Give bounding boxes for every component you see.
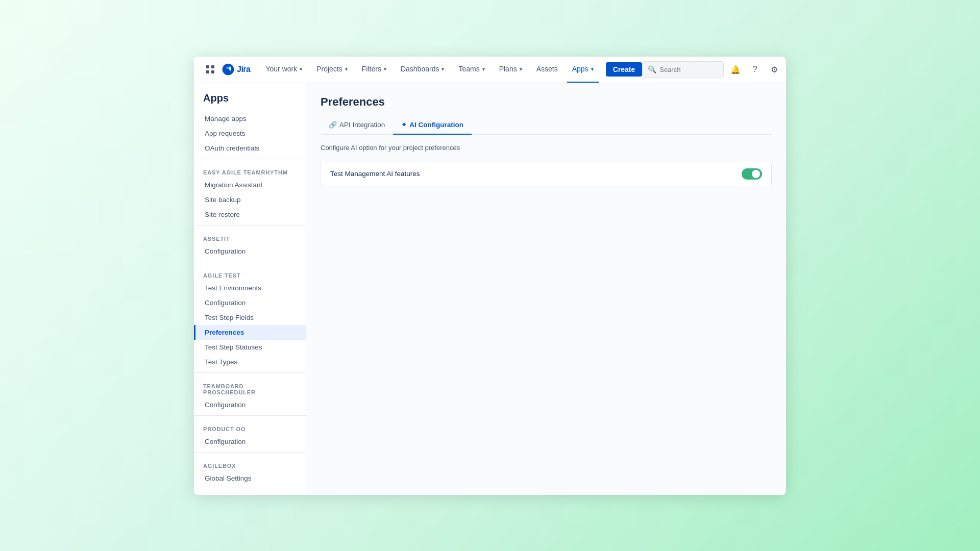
sidebar-item-product-config[interactable]: Configuration	[194, 434, 306, 449]
sidebar-divider-6	[194, 452, 306, 453]
chevron-down-icon: ▾	[591, 66, 594, 72]
svg-rect-0	[206, 65, 209, 68]
sidebar: Apps Manage apps App requests OAuth cred…	[194, 83, 306, 495]
settings-button[interactable]: ⚙	[767, 62, 782, 77]
sidebar-item-manage-apps[interactable]: Manage apps	[194, 111, 306, 126]
topnav-left: Jira Your work ▾ Projects ▾ Filters ▾ Da…	[203, 57, 642, 83]
page-title: Preferences	[321, 95, 772, 109]
chevron-down-icon: ▾	[384, 66, 386, 72]
body: Apps Manage apps App requests OAuth cred…	[194, 83, 786, 495]
main-content: Preferences 🔗 API Integration ✦ AI Confi…	[306, 83, 786, 495]
notifications-button[interactable]: 🔔	[728, 62, 743, 77]
sidebar-section-teamboard: Teamboard Proscheduler	[194, 376, 306, 397]
tab-ai-configuration[interactable]: ✦ AI Configuration	[393, 117, 472, 135]
sidebar-section-assetit: Assetit	[194, 229, 306, 244]
jira-logo[interactable]: Jira	[222, 63, 250, 76]
toggle-thumb	[752, 170, 760, 178]
toggle-ai-features[interactable]	[742, 168, 762, 180]
sidebar-item-preferences[interactable]: Preferences	[194, 325, 306, 340]
feature-row: Test Management AI features	[321, 162, 772, 186]
nav-projects[interactable]: Projects ▾	[311, 57, 353, 83]
sidebar-item-site-restore[interactable]: Site restore	[194, 207, 306, 222]
sidebar-section-agilebox: Agilebox	[194, 456, 306, 471]
chevron-down-icon: ▾	[345, 66, 348, 72]
sidebar-item-teamboard-config[interactable]: Configuration	[194, 397, 306, 412]
sidebar-title: Apps	[194, 92, 306, 111]
topnav-right: 🔍 🔔 ? ⚙ A	[642, 61, 786, 78]
svg-rect-3	[211, 70, 214, 73]
chevron-down-icon: ▾	[442, 66, 444, 72]
sidebar-item-oauth[interactable]: OAuth credentials	[194, 141, 306, 156]
sidebar-item-migration[interactable]: Migration Assistant	[194, 178, 306, 192]
sidebar-item-test-environments[interactable]: Test Environments	[194, 281, 306, 295]
toggle-track	[742, 168, 762, 180]
ai-icon: ✦	[401, 121, 407, 129]
sidebar-section-agile-test: Agile Test	[194, 265, 306, 281]
search-box[interactable]: 🔍	[642, 61, 724, 78]
tabs: 🔗 API Integration ✦ AI Configuration	[321, 117, 772, 135]
chevron-down-icon: ▾	[520, 66, 522, 72]
nav-your-work[interactable]: Your work ▾	[260, 57, 307, 83]
sidebar-item-global-settings[interactable]: Global Settings	[194, 471, 306, 486]
sidebar-item-site-backup[interactable]: Site backup	[194, 192, 306, 207]
search-input[interactable]	[659, 66, 718, 73]
help-icon: ?	[753, 65, 757, 74]
jira-logo-text: Jira	[237, 65, 250, 74]
nav-plans[interactable]: Plans ▾	[494, 57, 527, 83]
bell-icon: 🔔	[730, 65, 741, 74]
sidebar-item-test-types[interactable]: Test Types	[194, 355, 306, 369]
app-window: Jira Your work ▾ Projects ▾ Filters ▾ Da…	[194, 57, 786, 495]
help-button[interactable]: ?	[747, 62, 763, 77]
gear-icon: ⚙	[771, 65, 778, 74]
sidebar-divider-3	[194, 262, 306, 262]
sidebar-section-product-oo: Product OO	[194, 419, 306, 434]
chevron-down-icon: ▾	[300, 66, 302, 72]
sidebar-item-test-step-statuses[interactable]: Test Step Statuses	[194, 340, 306, 355]
nav-assets[interactable]: Assets	[531, 57, 563, 83]
nav-teams[interactable]: Teams ▾	[453, 57, 489, 83]
nav-filters[interactable]: Filters ▾	[357, 57, 391, 83]
sidebar-item-app-requests[interactable]: App requests	[194, 126, 306, 141]
sidebar-item-agile-config[interactable]: Configuration	[194, 295, 306, 310]
feature-label: Test Management AI features	[330, 170, 420, 178]
link-icon: 🔗	[329, 121, 337, 129]
sidebar-section-easy-agile: Easy Agile Teamrhythm	[194, 162, 306, 178]
sidebar-divider-4	[194, 372, 306, 373]
tab-description: Configure AI option for your project pre…	[321, 144, 772, 152]
sidebar-divider-5	[194, 415, 306, 416]
topnav: Jira Your work ▾ Projects ▾ Filters ▾ Da…	[194, 57, 786, 83]
search-icon: 🔍	[648, 65, 656, 73]
sidebar-divider	[194, 159, 306, 159]
sidebar-item-assetit-config[interactable]: Configuration	[194, 244, 306, 259]
nav-apps[interactable]: Apps ▾	[567, 57, 599, 83]
tab-api-integration[interactable]: 🔗 API Integration	[321, 117, 393, 135]
create-button[interactable]: Create	[606, 62, 643, 77]
grid-icon[interactable]	[203, 62, 217, 77]
nav-dashboards[interactable]: Dashboards ▾	[396, 57, 450, 83]
sidebar-item-test-step-fields[interactable]: Test Step Fields	[194, 310, 306, 325]
sidebar-divider-2	[194, 225, 306, 226]
svg-rect-1	[211, 65, 214, 68]
chevron-down-icon: ▾	[482, 66, 485, 72]
svg-rect-2	[206, 70, 209, 73]
